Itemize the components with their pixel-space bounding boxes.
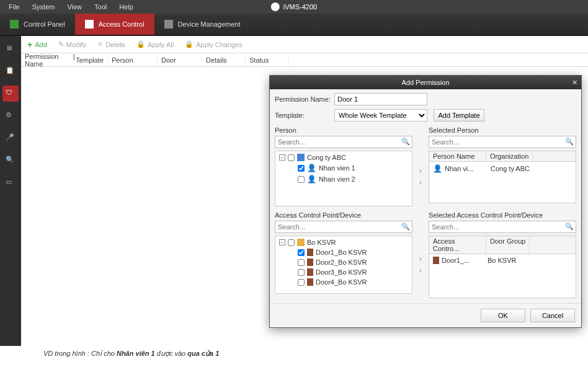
tab-label: Device Management — [178, 20, 241, 28]
tree-collapse-icon[interactable]: − — [279, 154, 285, 161]
permission-name-input[interactable] — [334, 93, 427, 105]
org-checkbox[interactable] — [288, 154, 295, 161]
arrow-right-icon[interactable]: › — [419, 255, 421, 262]
person-tree[interactable]: − Cong ty ABC 👤 Nhan vien 1 👤 Nhan vien … — [275, 151, 412, 206]
search-icon[interactable]: 🔍 — [401, 138, 410, 146]
search-icon[interactable]: 🔍 — [565, 223, 574, 231]
person-icon: 👤 — [307, 175, 316, 184]
sidenav-settings-icon[interactable]: ⚙ — [2, 108, 19, 124]
tab-control-panel[interactable]: Control Panel — [0, 14, 75, 35]
door-checkbox[interactable] — [298, 259, 305, 266]
dialog-title-bar[interactable]: Add Permission ✕ — [270, 76, 581, 89]
col-person: Person — [108, 53, 158, 66]
dialog-title: Add Permission — [401, 79, 449, 86]
door-checkbox[interactable] — [298, 279, 305, 286]
app-name-text: iVMS-4200 — [283, 3, 317, 11]
sidenav-monitor-icon[interactable]: 🖥 — [2, 41, 19, 57]
selected-device-list[interactable]: Door1_... Bo KSVR — [429, 254, 576, 298]
person-name: Nhan vien 1 — [319, 164, 355, 172]
selected-device-head: Selected Access Control Point/Device — [429, 211, 576, 219]
tab-access-control[interactable]: Access Control — [75, 14, 154, 35]
delete-icon: ✕ — [97, 40, 103, 48]
template-select[interactable]: Whole Week Template — [334, 109, 427, 122]
door-name: Door4_Bo KSVR — [316, 278, 367, 286]
cancel-button[interactable]: Cancel — [530, 309, 575, 322]
tab-label: Control Panel — [24, 20, 65, 28]
selected-person-search-input[interactable] — [429, 136, 576, 148]
selected-device-search-input[interactable] — [429, 221, 576, 233]
selected-person-name: Nhan vi... — [445, 165, 488, 172]
add-button[interactable]: +Add — [27, 40, 47, 50]
door-name: Door3_Bo KSVR — [316, 268, 367, 276]
selected-person-org: Cong ty ABC — [491, 165, 530, 172]
person-search-input[interactable] — [275, 136, 412, 148]
control-panel-icon — [10, 20, 19, 29]
door-name: Door2_Bo KSVR — [316, 259, 367, 266]
selected-door-group: Bo KSVR — [488, 257, 516, 264]
person-icon: 👤 — [307, 164, 316, 172]
device-name: Bo KSVR — [307, 239, 336, 246]
app-logo-icon — [271, 2, 280, 11]
ok-button[interactable]: OK — [481, 309, 525, 322]
device-search-input[interactable] — [275, 221, 412, 233]
edit-icon: ✎ — [58, 40, 64, 48]
col-template: Template — [76, 56, 104, 64]
menu-system[interactable]: System — [26, 3, 61, 11]
th-door-group: Door Group — [486, 236, 530, 254]
permission-name-label: Permission Name: — [275, 95, 332, 103]
tabbar: Control Panel Access Control Device Mana… — [0, 14, 588, 36]
door-name: Door1_Bo KSVR — [316, 249, 367, 256]
menu-file[interactable]: File — [2, 3, 26, 11]
door-icon — [307, 259, 313, 266]
selected-door-name: Door1_... — [442, 257, 485, 264]
tree-collapse-icon[interactable]: − — [279, 239, 285, 245]
col-door: Door — [158, 53, 202, 66]
sidenav-mic-icon[interactable]: 🎤 — [2, 130, 19, 146]
sidenav-search-icon[interactable]: 🔍 — [2, 153, 19, 169]
toolbar: +Add ✎Modify ✕Delete 🔒Apply All 🔒Apply C… — [21, 36, 588, 53]
modify-button[interactable]: ✎Modify — [58, 40, 86, 48]
menu-help[interactable]: Help — [113, 3, 140, 11]
organization-icon — [297, 154, 305, 161]
person-pane-head: Person — [275, 126, 412, 134]
org-name: Cong ty ABC — [307, 154, 346, 161]
lock-icon: 🔒 — [185, 40, 194, 48]
selected-device-header: Access Contro... Door Group — [429, 236, 576, 254]
th-organization: Organization — [486, 151, 533, 161]
apply-changes-button[interactable]: 🔒Apply Changes — [185, 40, 243, 48]
menu-tool[interactable]: Tool — [88, 3, 113, 11]
search-icon[interactable]: 🔍 — [565, 138, 574, 146]
door-checkbox[interactable] — [298, 249, 305, 256]
sidenav-clipboard-icon[interactable]: 📋 — [2, 63, 19, 79]
sidenav-more-icon[interactable]: ▭ — [2, 175, 19, 191]
plus-icon: + — [27, 40, 32, 50]
selected-person-header: Person Name Organization — [429, 151, 576, 161]
apply-all-button[interactable]: 🔒Apply All — [136, 40, 174, 48]
arrow-right-icon[interactable]: › — [419, 167, 421, 174]
arrow-left-icon[interactable]: ‹ — [419, 179, 421, 186]
add-template-button[interactable]: Add Template — [434, 109, 484, 122]
th-access-control: Access Contro... — [429, 236, 486, 254]
door-checkbox[interactable] — [298, 269, 305, 276]
close-icon[interactable]: ✕ — [572, 79, 577, 87]
device-pane-head: Access Control Point/Device — [275, 211, 412, 219]
sidenav-permission-icon[interactable]: 🛡 — [2, 86, 19, 102]
sidenav: 🖥 📋 🛡 ⚙ 🎤 🔍 ▭ — [0, 36, 21, 346]
col-details: Details — [202, 53, 246, 66]
door-icon — [307, 278, 313, 286]
person-checkbox[interactable] — [298, 176, 305, 183]
selected-person-list[interactable]: 👤 Nhan vi... Cong ty ABC — [429, 161, 576, 203]
delete-button[interactable]: ✕Delete — [97, 40, 125, 48]
access-control-icon — [85, 20, 94, 29]
device-checkbox[interactable] — [288, 239, 295, 246]
device-tree[interactable]: − Bo KSVR Door1_Bo KSVR Door2_Bo KSVR Do… — [275, 236, 412, 294]
menu-view[interactable]: View — [61, 3, 88, 11]
search-icon[interactable]: 🔍 — [401, 223, 410, 231]
arrow-left-icon[interactable]: ‹ — [419, 267, 421, 274]
tab-label: Access Control — [99, 20, 145, 28]
tab-device-management[interactable]: Device Management — [154, 14, 251, 35]
template-label: Template: — [275, 112, 332, 119]
person-checkbox[interactable] — [298, 165, 305, 172]
app-title: iVMS-4200 — [271, 2, 317, 11]
device-management-icon — [164, 20, 173, 29]
